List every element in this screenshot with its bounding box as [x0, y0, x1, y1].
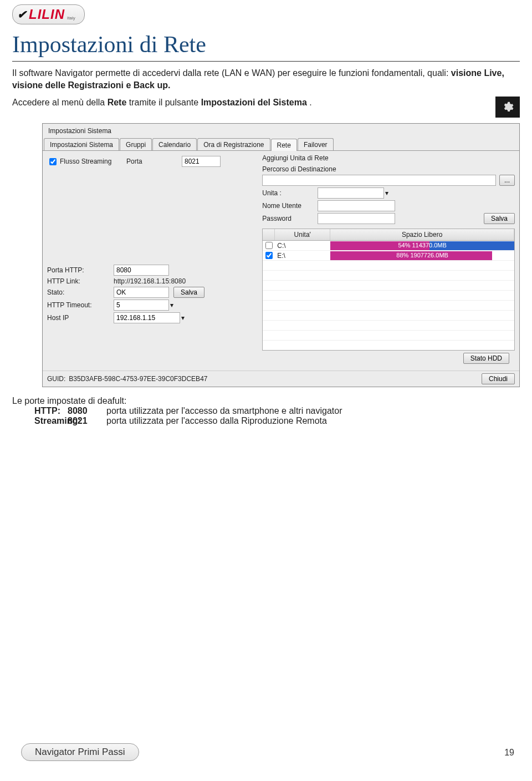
- default-desc: porta utilizzata per l'accesso da smartp…: [106, 406, 520, 416]
- panel-left: Flusso Streaming Porta Porta HTTP: HTTP …: [47, 154, 262, 365]
- salva-right-button[interactable]: Salva: [484, 213, 515, 224]
- default-key: HTTP:: [12, 406, 68, 416]
- http-timeout-input[interactable]: [114, 300, 169, 311]
- default-row: HTTP: 8080 porta utilizzata per l'access…: [12, 406, 520, 416]
- instr-bold-1: Rete: [108, 98, 127, 107]
- row-unit: C:\: [275, 242, 330, 250]
- grid-head-free: Spazio Libero: [330, 229, 514, 240]
- logo-subtext: Italy: [67, 16, 75, 21]
- default-row: Streaming: 8021 porta utilizzata per l'a…: [12, 416, 520, 426]
- drive-grid: Unita' Spazio Libero C:\ 54% 114370.0MB …: [262, 229, 515, 351]
- intro-paragraph: Il software Navigator permette di accede…: [12, 67, 520, 91]
- panel-right: Aggiungi Unita di Rete Percorso di Desti…: [262, 154, 515, 365]
- dialog-panel: Flusso Streaming Porta Porta HTTP: HTTP …: [43, 151, 519, 371]
- instr-text-b: tramite il pulsante: [129, 98, 201, 107]
- logo-mark: ✔: [17, 8, 27, 21]
- stato-input[interactable]: [114, 287, 169, 298]
- tab-calendario[interactable]: Calendario: [152, 138, 197, 150]
- password-label: Password: [262, 215, 318, 222]
- host-ip-input[interactable]: [114, 312, 180, 323]
- http-link-label: HTTP Link:: [47, 277, 114, 285]
- nome-utente-label: Nome Utente: [262, 202, 318, 210]
- grid-head-unit: Unita': [275, 229, 330, 240]
- browse-button[interactable]: ...: [499, 175, 515, 186]
- default-desc: porta utilizzata per l'accesso dalla Rip…: [106, 416, 520, 426]
- defaults-title: Le porte impostate di deafult:: [12, 396, 520, 406]
- percorso-input[interactable]: [262, 175, 496, 186]
- flusso-label: Flusso Streaming: [60, 158, 126, 165]
- gear-icon[interactable]: [495, 97, 520, 118]
- tab-rete[interactable]: Rete: [271, 139, 297, 151]
- aggiungi-unita-label: Aggiungi Unita di Rete: [262, 154, 515, 162]
- instr-text-a: Accedere al menù della: [12, 98, 108, 107]
- stato-label: Stato:: [47, 288, 114, 296]
- salva-left-button[interactable]: Salva: [173, 287, 204, 298]
- defaults-block: Le porte impostate di deafult: HTTP: 808…: [12, 396, 520, 426]
- tab-gruppi[interactable]: Gruppi: [120, 138, 152, 150]
- title-divider: [12, 61, 520, 62]
- row-checkbox[interactable]: [265, 252, 273, 259]
- http-timeout-label: HTTP Timeout:: [47, 301, 114, 309]
- porta-http-label: Porta HTTP:: [47, 266, 114, 274]
- percorso-label: Percorso di Destinazione: [262, 165, 515, 173]
- grid-row[interactable]: E:\ 88% 1907726.0MB: [263, 251, 514, 261]
- intro-text: Il software Navigator permette di accede…: [12, 68, 451, 78]
- guid-row: GUID: B35D3AFB-598C-4753-97EE-39C0F3DCEB…: [43, 371, 519, 387]
- nome-utente-input[interactable]: [318, 200, 395, 211]
- chevron-down-icon[interactable]: ▾: [385, 189, 388, 197]
- tab-impostazioni-sistema[interactable]: Impostazioni Sistema: [44, 138, 119, 150]
- close-button[interactable]: Chiudi: [482, 373, 515, 384]
- settings-dialog: Impostazioni Sistema Impostazioni Sistem…: [42, 123, 520, 387]
- tab-failover[interactable]: Failover: [298, 138, 334, 150]
- default-key: Streaming:: [12, 416, 68, 426]
- default-val: 8021: [68, 416, 106, 426]
- unita-select[interactable]: [318, 187, 384, 199]
- brand-logo: ✔ LILIN Italy: [12, 4, 85, 24]
- instruction-line: Accedere al menù della Rete tramite il p…: [12, 97, 495, 109]
- stato-hdd-button[interactable]: Stato HDD: [463, 353, 509, 364]
- page-title: Impostazioni di Rete: [12, 31, 532, 58]
- flusso-checkbox[interactable]: [49, 158, 57, 165]
- chevron-down-icon[interactable]: ▾: [181, 314, 185, 322]
- chevron-down-icon[interactable]: ▾: [170, 301, 173, 309]
- porta-label: Porta: [126, 158, 182, 165]
- porta-http-input[interactable]: [114, 265, 169, 276]
- dialog-title: Impostazioni Sistema: [43, 124, 519, 138]
- default-val: 8080: [68, 406, 106, 416]
- logo-text: LILIN: [29, 7, 65, 22]
- instr-text-c: .: [309, 98, 311, 107]
- instr-bold-2: Impostazioni del Sistema: [201, 98, 307, 107]
- unita-label: Unita :: [262, 189, 318, 197]
- http-link-value: http://192.168.1.15:8080: [114, 277, 186, 285]
- guid-value: B35D3AFB-598C-4753-97EE-39C0F3DCEB47: [69, 375, 207, 383]
- row-free: 88% 1907726.0MB: [330, 252, 514, 258]
- row-free: 54% 114370.0MB: [330, 242, 514, 248]
- tab-ora-registrazione[interactable]: Ora di Registrazione: [197, 138, 270, 150]
- guid-label: GUID:: [47, 375, 65, 383]
- host-ip-label: Host IP: [47, 314, 114, 322]
- row-unit: E:\: [275, 252, 330, 260]
- password-input[interactable]: [318, 213, 395, 224]
- grid-header: Unita' Spazio Libero: [263, 229, 514, 241]
- porta-input[interactable]: [182, 156, 221, 167]
- grid-row[interactable]: C:\ 54% 114370.0MB: [263, 241, 514, 251]
- row-checkbox[interactable]: [265, 242, 273, 249]
- dialog-tabs: Impostazioni Sistema Gruppi Calendario O…: [43, 138, 519, 151]
